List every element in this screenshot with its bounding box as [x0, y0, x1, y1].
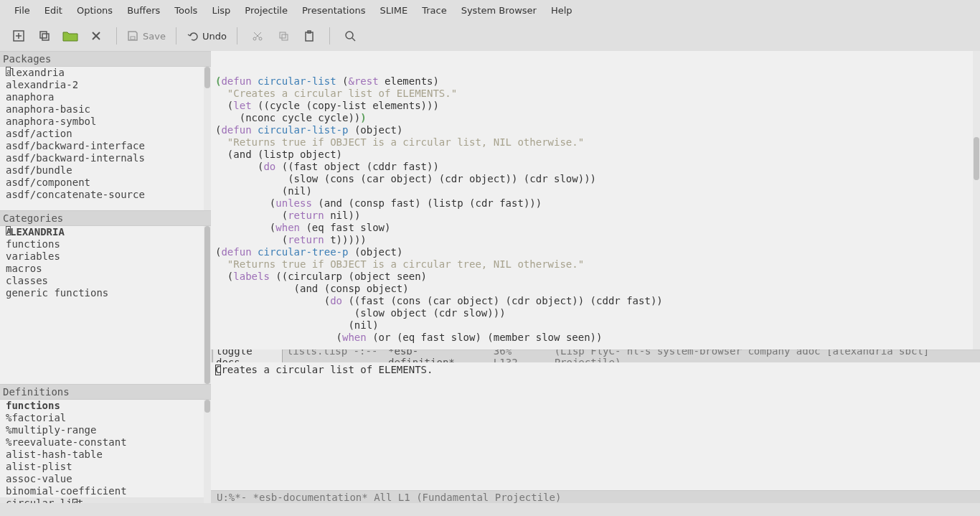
list-item[interactable]: anaphora-basic	[0, 103, 211, 116]
definitions-panel[interactable]: functions%factorial%multiply-range%reeva…	[0, 400, 211, 503]
list-item[interactable]: anaphora-symbol	[0, 116, 211, 128]
scrollbar[interactable]	[973, 51, 980, 350]
list-item[interactable]: asdf/backward-internals	[0, 152, 211, 164]
cut-icon[interactable]	[248, 26, 268, 46]
left-sidebar: Packages alexandriaalexandria-2anaphoraa…	[0, 51, 211, 503]
new-file-icon[interactable]	[9, 26, 29, 46]
copy2-icon[interactable]	[273, 26, 293, 46]
menu-buffers[interactable]: Buffers	[120, 5, 167, 16]
menu-presentations[interactable]: Presentations	[295, 5, 372, 16]
menu-options[interactable]: Options	[70, 5, 120, 16]
scrollbar[interactable]	[204, 400, 211, 503]
list-item[interactable]: alexandria-2	[0, 79, 211, 91]
svg-rect-14	[306, 32, 313, 41]
list-item[interactable]: generic functions	[0, 287, 211, 299]
list-item[interactable]: alist-plist	[0, 461, 211, 473]
undo-button[interactable]: Undo	[187, 30, 227, 42]
list-item[interactable]: ALEXANDRIA	[0, 226, 211, 238]
list-item[interactable]: %multiply-range	[0, 424, 211, 436]
list-item[interactable]: %reevaluate-constant	[0, 436, 211, 449]
list-item[interactable]: %factorial	[0, 412, 211, 424]
list-item[interactable]: asdf/backward-interface	[0, 140, 211, 152]
menu-system-browser[interactable]: System Browser	[454, 5, 544, 16]
save-button[interactable]: Save	[127, 30, 166, 42]
toolbar: Save Undo	[0, 21, 980, 51]
code-editor[interactable]: (defun circular-list (&rest elements) "C…	[211, 51, 980, 350]
list-item[interactable]: macros	[0, 263, 211, 275]
menu-tools[interactable]: Tools	[167, 5, 204, 16]
list-item[interactable]: asdf/component	[0, 177, 211, 189]
svg-point-16	[346, 32, 353, 39]
menu-projectile[interactable]: Projectile	[237, 5, 295, 16]
paste-icon[interactable]	[299, 26, 319, 46]
svg-rect-4	[42, 34, 49, 40]
menu-file[interactable]: File	[7, 5, 37, 16]
definitions-header: Definitions	[0, 384, 211, 400]
svg-rect-7	[131, 37, 135, 39]
list-item[interactable]: variables	[0, 250, 211, 263]
menu-edit[interactable]: Edit	[37, 5, 70, 16]
modeline-doc: U:%*- *esb-documentation* All L1 (Fundam…	[211, 490, 980, 503]
modeline-doc-text: U:%*- *esb-documentation* All L1 (Fundam…	[217, 492, 561, 503]
svg-rect-12	[280, 32, 286, 38]
minibuffer[interactable]	[0, 503, 980, 516]
right-pane: (defun circular-list (&rest elements) "C…	[211, 51, 980, 503]
list-item[interactable]: circular-list	[0, 497, 211, 503]
menu-lisp[interactable]: Lisp	[204, 5, 237, 16]
list-item[interactable]: anaphora	[0, 91, 211, 103]
search-icon[interactable]	[340, 26, 360, 46]
svg-rect-13	[282, 34, 288, 40]
close-icon[interactable]	[86, 26, 106, 46]
list-item[interactable]: asdf/bundle	[0, 164, 211, 177]
menu-slime[interactable]: SLIME	[372, 5, 415, 16]
packages-header: Packages	[0, 51, 211, 67]
documentation-area[interactable]: Creates a circular list of ELEMENTS.	[211, 362, 980, 490]
scrollbar[interactable]	[204, 67, 211, 210]
list-item[interactable]: assoc-value	[0, 473, 211, 485]
list-item[interactable]: functions	[0, 400, 211, 412]
svg-line-17	[352, 38, 355, 41]
list-item[interactable]: alist-hash-table	[0, 449, 211, 461]
packages-panel[interactable]: alexandriaalexandria-2anaphoraanaphora-b…	[0, 67, 211, 210]
categories-header: Categories	[0, 210, 211, 226]
modeline-editor: toggle docs lists.lisp -:--- *esb-defini…	[211, 350, 980, 362]
categories-panel[interactable]: ALEXANDRIAfunctionsvariablesmacrosclasse…	[0, 226, 211, 384]
list-item[interactable]: binomial-coefficient	[0, 485, 211, 497]
copy-icon[interactable]	[34, 26, 55, 46]
list-item[interactable]: alexandria	[0, 67, 211, 79]
svg-rect-3	[40, 32, 47, 38]
list-item[interactable]: functions	[0, 238, 211, 250]
menubar: FileEditOptionsBuffersToolsLispProjectil…	[0, 0, 980, 21]
menu-trace[interactable]: Trace	[415, 5, 454, 16]
menu-help[interactable]: Help	[544, 5, 580, 16]
save-label: Save	[143, 31, 166, 42]
doc-text: Creates a circular list of ELEMENTS.	[215, 364, 433, 375]
undo-label: Undo	[202, 31, 227, 42]
list-item[interactable]: asdf/action	[0, 128, 211, 140]
list-item[interactable]: asdf/concatenate-source	[0, 189, 211, 201]
scrollbar[interactable]	[204, 226, 211, 384]
list-item[interactable]: classes	[0, 275, 211, 287]
open-folder-icon[interactable]	[60, 26, 80, 46]
